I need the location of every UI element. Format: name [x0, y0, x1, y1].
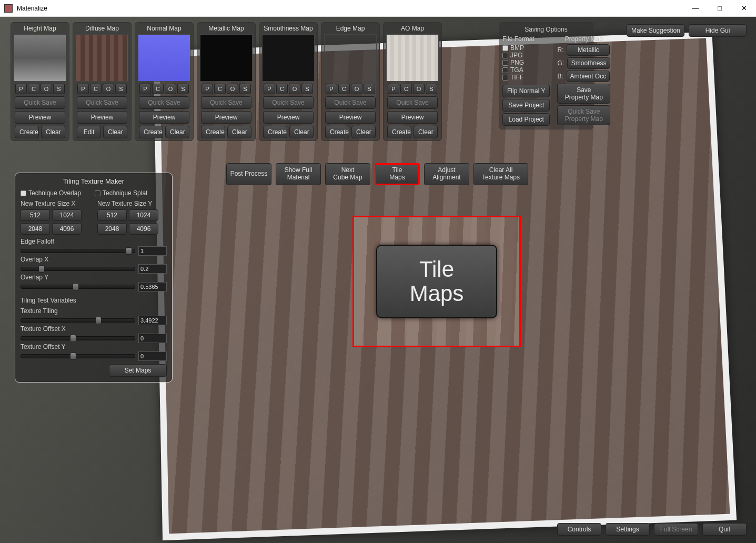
open-button[interactable]: O — [41, 84, 52, 94]
preview-button[interactable]: Preview — [201, 111, 251, 124]
copy-button[interactable]: C — [338, 84, 350, 94]
quick-save-button[interactable]: Quick Save — [77, 96, 127, 109]
quick-save-button[interactable]: Quick Save — [15, 96, 65, 109]
paste-button[interactable]: P — [77, 84, 89, 94]
copy-button[interactable]: C — [276, 84, 288, 94]
texture-thumbnail[interactable] — [324, 34, 377, 82]
create-button[interactable]: Create — [139, 126, 163, 138]
slider-track[interactable] — [21, 285, 135, 289]
technique-overlap-radio[interactable]: Technique Overlap — [21, 189, 81, 197]
size-y-2048[interactable]: 2048 — [97, 223, 127, 235]
create-button[interactable]: Create — [263, 126, 287, 138]
slider-value-input[interactable] — [138, 246, 167, 256]
save-button[interactable]: S — [115, 84, 127, 94]
paste-button[interactable]: P — [201, 84, 213, 94]
save-property-map-button[interactable]: Save Property Map — [557, 84, 610, 104]
paste-button[interactable]: P — [15, 84, 27, 94]
hide-gui-button[interactable]: Hide Gui — [689, 24, 747, 37]
clear-button[interactable]: Clear — [414, 126, 438, 138]
file-format-tga[interactable]: TGA — [502, 66, 550, 74]
settings-button[interactable]: Settings — [606, 523, 650, 536]
file-format-tiff[interactable]: TIFF — [502, 74, 550, 81]
slider-track[interactable] — [21, 336, 135, 340]
size-x-1024[interactable]: 1024 — [52, 209, 82, 221]
edit-button[interactable]: Edit — [77, 126, 101, 138]
copy-button[interactable]: C — [152, 84, 164, 94]
next-cube-map-button[interactable]: Next Cube Map — [325, 163, 370, 185]
create-button[interactable]: Create — [387, 126, 411, 138]
controls-button[interactable]: Controls — [557, 523, 601, 536]
technique-splat-radio[interactable]: Technique Splat — [95, 189, 147, 197]
slider-track[interactable] — [21, 318, 135, 323]
size-y-1024[interactable]: 1024 — [129, 209, 158, 221]
make-suggestion-button[interactable]: Make Suggestion — [627, 24, 684, 37]
channel-b-button[interactable]: Ambient Occ — [567, 71, 610, 82]
clear-button[interactable]: Clear — [289, 126, 314, 138]
size-x-512[interactable]: 512 — [21, 209, 50, 221]
preview-button[interactable]: Preview — [263, 111, 314, 124]
create-button[interactable]: Create — [201, 126, 225, 138]
preview-button[interactable]: Preview — [325, 111, 376, 124]
preview-button[interactable]: Preview — [387, 111, 438, 124]
open-button[interactable]: O — [103, 84, 114, 94]
clear-all-maps-button[interactable]: Clear All Texture Maps — [473, 163, 528, 185]
maximize-button[interactable]: □ — [708, 0, 732, 17]
show-full-material-button[interactable]: Show Full Material — [276, 163, 321, 185]
open-button[interactable]: O — [165, 84, 176, 94]
clear-button[interactable]: Clear — [227, 126, 251, 138]
save-button[interactable]: S — [239, 84, 251, 94]
size-x-4096[interactable]: 4096 — [52, 223, 82, 235]
save-button[interactable]: S — [426, 84, 437, 94]
save-button[interactable]: S — [364, 84, 375, 94]
file-format-bmp[interactable]: BMP — [502, 44, 550, 52]
load-project-button[interactable]: Load Project — [502, 113, 550, 126]
quick-save-button[interactable]: Quick Save — [201, 96, 251, 109]
full-screen-button[interactable]: Full Screen — [654, 523, 698, 536]
close-button[interactable]: ✕ — [732, 0, 756, 17]
save-button[interactable]: S — [177, 84, 189, 94]
preview-button[interactable]: Preview — [139, 111, 189, 124]
flip-normal-y-button[interactable]: Flip Normal Y — [502, 85, 550, 97]
size-y-4096[interactable]: 4096 — [129, 223, 158, 235]
tile-maps-callout-button[interactable]: Tile Maps — [376, 245, 497, 318]
save-project-button[interactable]: Save Project — [502, 99, 550, 112]
slider-thumb[interactable] — [70, 353, 76, 360]
quick-save-button[interactable]: Quick Save — [139, 96, 189, 109]
create-button[interactable]: Create — [15, 126, 39, 138]
texture-thumbnail[interactable] — [138, 34, 190, 82]
quick-save-button[interactable]: Quick Save — [263, 96, 314, 109]
slider-value-input[interactable] — [138, 264, 167, 274]
texture-thumbnail[interactable] — [200, 34, 253, 82]
create-button[interactable]: Create — [325, 126, 349, 138]
texture-thumbnail[interactable] — [386, 34, 439, 82]
open-button[interactable]: O — [289, 84, 300, 94]
adjust-alignment-button[interactable]: Adjust Alignment — [424, 163, 469, 185]
quit-button[interactable]: Quit — [702, 523, 747, 536]
slider-value-input[interactable] — [138, 316, 167, 325]
channel-g-button[interactable]: Smoothness — [567, 57, 610, 69]
slider-thumb[interactable] — [70, 335, 76, 342]
texture-thumbnail[interactable] — [14, 34, 66, 82]
copy-button[interactable]: C — [214, 84, 226, 94]
slider-thumb[interactable] — [95, 317, 102, 324]
open-button[interactable]: O — [413, 84, 425, 94]
clear-button[interactable]: Clear — [165, 126, 189, 138]
post-process-button[interactable]: Post Process — [226, 163, 271, 185]
paste-button[interactable]: P — [264, 84, 275, 94]
minimize-button[interactable]: — — [683, 0, 708, 17]
quick-save-property-map-button[interactable]: Quick Save Property Map — [557, 105, 610, 125]
slider-track[interactable] — [21, 354, 135, 358]
paste-button[interactable]: P — [139, 84, 151, 94]
copy-button[interactable]: C — [400, 84, 412, 94]
file-format-jpg[interactable]: JPG — [502, 52, 550, 59]
copy-button[interactable]: C — [90, 84, 102, 94]
clear-button[interactable]: Clear — [103, 126, 127, 138]
open-button[interactable]: O — [351, 84, 362, 94]
texture-thumbnail[interactable] — [76, 34, 128, 82]
paste-button[interactable]: P — [388, 84, 399, 94]
preview-button[interactable]: Preview — [15, 111, 65, 124]
texture-thumbnail[interactable] — [262, 34, 315, 82]
clear-button[interactable]: Clear — [41, 126, 65, 138]
size-y-512[interactable]: 512 — [97, 209, 127, 221]
set-maps-button[interactable]: Set Maps — [109, 364, 167, 377]
